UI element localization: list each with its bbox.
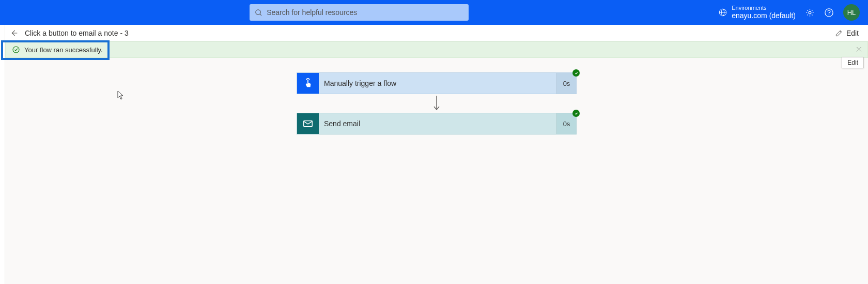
search-box[interactable] bbox=[250, 4, 469, 21]
search-icon bbox=[255, 9, 262, 17]
check-icon bbox=[574, 111, 579, 116]
gear-icon bbox=[805, 8, 815, 18]
step-timing: 0s bbox=[556, 73, 576, 94]
step-icon bbox=[297, 73, 319, 94]
success-banner: Your flow ran successfully. bbox=[5, 41, 868, 58]
step-icon bbox=[297, 113, 319, 134]
arrow-left-icon bbox=[9, 28, 19, 38]
arrow-down-icon bbox=[431, 95, 442, 112]
check-circle-icon bbox=[12, 46, 20, 54]
globe-icon bbox=[718, 8, 727, 17]
search-input[interactable] bbox=[267, 8, 463, 17]
step-success-badge bbox=[572, 110, 580, 117]
avatar-initials: HL bbox=[847, 9, 856, 17]
close-icon bbox=[856, 46, 862, 53]
environment-label: Environments bbox=[732, 5, 796, 11]
svg-rect-10 bbox=[304, 121, 313, 127]
svg-point-8 bbox=[13, 47, 19, 53]
svg-line-1 bbox=[260, 14, 261, 16]
svg-point-7 bbox=[829, 14, 830, 15]
flow-step-trigger[interactable]: Manually trigger a flow 0s bbox=[297, 72, 577, 94]
breadcrumb-title: Click a button to email a note - 3 bbox=[25, 29, 129, 37]
flow-canvas: Manually trigger a flow 0s bbox=[5, 58, 868, 284]
environment-name: enayu.com (default) bbox=[732, 11, 796, 20]
app-header: Environments enayu.com (default) HL bbox=[0, 0, 868, 25]
edit-tooltip: Edit bbox=[842, 57, 864, 68]
check-icon bbox=[574, 71, 579, 76]
banner-close[interactable] bbox=[856, 46, 862, 54]
help-icon bbox=[824, 8, 834, 18]
flow-connector bbox=[431, 94, 442, 113]
breadcrumb-bar: Click a button to email a note - 3 Edit bbox=[5, 25, 868, 41]
avatar[interactable]: HL bbox=[843, 4, 860, 21]
step-label: Manually trigger a flow bbox=[319, 73, 556, 94]
step-label: Send email bbox=[319, 113, 556, 134]
touch-icon bbox=[302, 78, 314, 89]
flow-step-send-email[interactable]: Send email 0s bbox=[297, 113, 577, 134]
step-timing: 0s bbox=[556, 113, 576, 134]
svg-point-5 bbox=[809, 11, 811, 14]
collapsed-sidebar[interactable] bbox=[0, 25, 5, 284]
header-right: Environments enayu.com (default) HL bbox=[718, 4, 860, 21]
step-success-badge bbox=[572, 69, 580, 77]
banner-text: Your flow ran successfully. bbox=[24, 46, 103, 54]
mail-icon bbox=[302, 118, 314, 129]
svg-point-0 bbox=[256, 9, 260, 14]
settings-button[interactable] bbox=[805, 8, 815, 18]
edit-label: Edit bbox=[846, 29, 859, 37]
edit-button[interactable]: Edit bbox=[835, 29, 859, 37]
search-wrap bbox=[8, 4, 710, 21]
help-button[interactable] bbox=[824, 8, 834, 18]
pencil-icon bbox=[835, 29, 843, 37]
back-button[interactable] bbox=[9, 28, 19, 38]
environment-selector[interactable]: Environments enayu.com (default) bbox=[718, 5, 796, 20]
